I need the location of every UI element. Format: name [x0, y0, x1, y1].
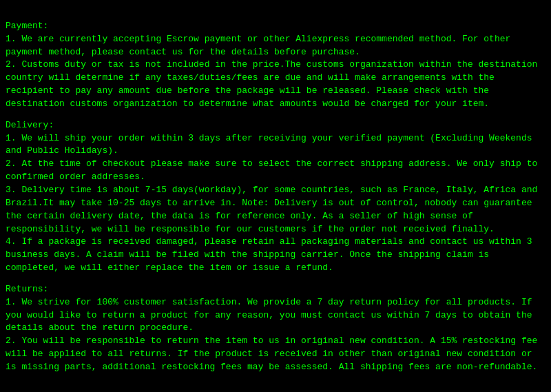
- section-heading-payment: Payment:: [6, 21, 48, 31]
- paragraph-delivery-3: 4. If a package is received damaged, ple…: [6, 236, 537, 273]
- paragraph-returns-0: 1. We strive for 100% customer satisfact…: [6, 297, 537, 333]
- paragraph-payment-0: 1. We are currently accepting Escrow pay…: [6, 34, 516, 57]
- paragraph-delivery-0: 1. We will ship your order within 3 days…: [6, 133, 537, 156]
- section-returns: Returns:1. We strive for 100% customer s…: [6, 283, 545, 374]
- section-payment: Payment:1. We are currently accepting Es…: [6, 20, 545, 111]
- page-container: Payment:1. We are currently accepting Es…: [6, 7, 545, 374]
- section-heading-returns: Returns:: [6, 284, 48, 294]
- paragraph-returns-1: 2. You will be responsible to return the…: [6, 336, 543, 372]
- section-heading-delivery: Delivery:: [6, 120, 54, 130]
- paragraph-delivery-1: 2. At the time of checkout please make s…: [6, 158, 543, 182]
- section-delivery: Delivery:1. We will ship your order with…: [6, 119, 545, 275]
- paragraph-payment-1: 2. Customs duty or tax is not included i…: [6, 59, 543, 109]
- paragraph-delivery-2: 3. Delivery time is about 7-15 days(work…: [6, 185, 543, 234]
